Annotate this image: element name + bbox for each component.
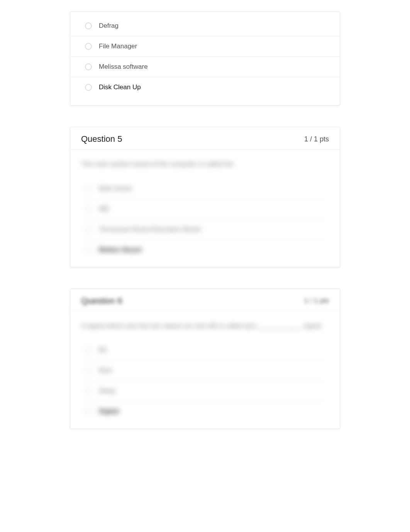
option-row[interactable]: Byte: [81, 360, 329, 381]
question5-options: Main board MB Tennessee Board Education …: [81, 178, 329, 260]
option-row[interactable]: Defrag: [70, 16, 340, 36]
option-row[interactable]: Mother Board: [81, 240, 329, 260]
question-body: A signal which only has two values (on a…: [70, 312, 340, 429]
option-row[interactable]: Main board: [81, 178, 329, 199]
option-row[interactable]: Melissa software: [70, 56, 340, 77]
quiz-container: Defrag File Manager Melissa software Dis…: [70, 12, 340, 429]
option-label: File Manager: [99, 42, 137, 50]
question-title: Question 5: [81, 134, 122, 144]
radio-icon: [85, 347, 92, 354]
option-label: Tennessee Board Education Month: [99, 226, 201, 233]
radio-icon: [85, 367, 92, 374]
question-prompt: The main system board of the computer is…: [81, 159, 329, 169]
option-label: Main board: [99, 185, 132, 192]
option-label: Digital: [99, 408, 119, 415]
option-label: Melissa software: [99, 63, 148, 71]
question-points: 1 / 1 pts: [304, 135, 329, 143]
radio-icon: [85, 206, 92, 212]
option-row[interactable]: Digital: [81, 401, 329, 422]
option-row[interactable]: Bit: [81, 340, 329, 360]
option-row[interactable]: Disk Clean Up: [70, 77, 340, 97]
radio-icon: [85, 43, 92, 50]
question-body: The main system board of the computer is…: [70, 150, 340, 267]
option-row[interactable]: Tennessee Board Education Month: [81, 219, 329, 240]
option-label: Disk Clean Up: [99, 83, 141, 91]
option-label: MB: [99, 205, 109, 213]
option-label: Bit: [99, 346, 107, 354]
question-header: Question 5 1 / 1 pts: [70, 127, 340, 150]
radio-icon: [85, 246, 92, 253]
radio-icon: [85, 22, 92, 29]
radio-icon: [85, 408, 92, 415]
radio-icon: [85, 388, 92, 394]
question-points: 1 / 1 pts: [304, 297, 329, 305]
radio-icon: [85, 84, 92, 91]
question-header: Question 6 1 / 1 pts: [70, 289, 340, 312]
radio-icon: [85, 185, 92, 192]
question6-options: Bit Byte Sleep Digital: [81, 340, 329, 422]
option-label: Defrag: [99, 22, 119, 30]
radio-icon: [85, 226, 92, 233]
question-title: Question 6: [81, 296, 122, 306]
option-row[interactable]: File Manager: [70, 36, 340, 56]
question-prompt: A signal which only has two values (on a…: [81, 321, 329, 331]
question-card-5: Question 5 1 / 1 pts The main system boa…: [70, 127, 340, 267]
option-label: Mother Board: [99, 246, 142, 254]
option-row[interactable]: MB: [81, 199, 329, 219]
option-row[interactable]: Sleep: [81, 381, 329, 401]
question4-options: Defrag File Manager Melissa software Dis…: [70, 12, 340, 105]
option-label: Sleep: [99, 387, 115, 395]
radio-icon: [85, 63, 92, 70]
question-card-6: Question 6 1 / 1 pts A signal which only…: [70, 289, 340, 429]
question-card-partial: Defrag File Manager Melissa software Dis…: [70, 12, 340, 105]
option-label: Byte: [99, 367, 112, 374]
